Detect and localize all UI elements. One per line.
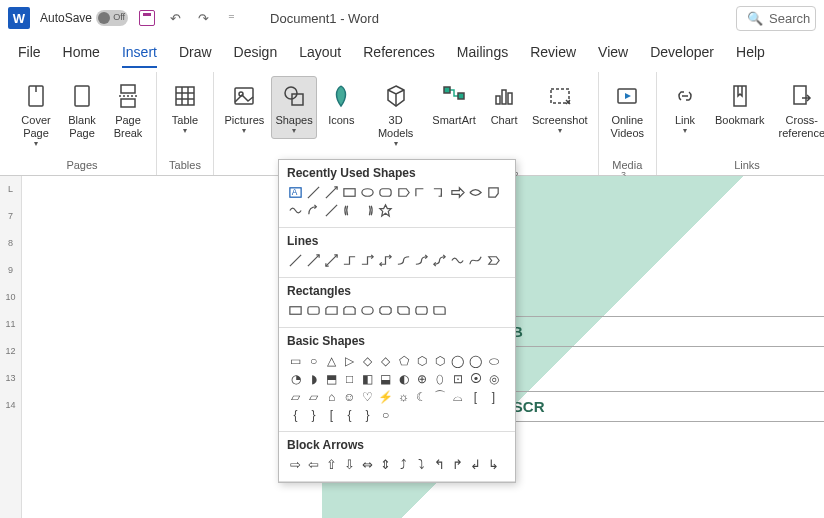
shape-item[interactable]: ◇ [359, 352, 376, 369]
shape-item[interactable]: ⇦ [305, 456, 322, 473]
shape-item[interactable] [377, 252, 394, 269]
shape-item[interactable]: ◐ [395, 370, 412, 387]
shape-item[interactable] [377, 202, 394, 219]
cross-reference-button[interactable]: Cross-reference [773, 76, 824, 144]
shape-item[interactable]: ▱ [287, 388, 304, 405]
shape-item[interactable] [431, 184, 448, 201]
tab-view[interactable]: View [598, 44, 628, 68]
qat-customize-icon[interactable]: ⁼ [222, 9, 240, 27]
shape-item[interactable]: ◯ [449, 352, 466, 369]
cover-page-button[interactable]: CoverPage▾ [14, 76, 58, 152]
shape-item[interactable] [341, 252, 358, 269]
shape-item[interactable]: □ [341, 370, 358, 387]
shape-item[interactable]: ⬯ [431, 370, 448, 387]
shape-item[interactable]: ◯ [467, 352, 484, 369]
shape-item[interactable] [359, 184, 376, 201]
shape-item[interactable]: ⇨ [287, 456, 304, 473]
tab-design[interactable]: Design [234, 44, 278, 68]
shape-item[interactable] [359, 302, 376, 319]
shape-item[interactable]: ◇ [377, 352, 394, 369]
shape-item[interactable]: ⊡ [449, 370, 466, 387]
shape-item[interactable]: ○ [305, 352, 322, 369]
smartart-button[interactable]: SmartArt [428, 76, 480, 131]
shape-item[interactable]: { [287, 406, 304, 423]
shape-item[interactable] [323, 302, 340, 319]
shape-item[interactable]: ⬭ [485, 352, 502, 369]
tab-review[interactable]: Review [530, 44, 576, 68]
shapes-dropdown-menu[interactable]: Recently Used ShapesALinesRectanglesBasi… [278, 159, 516, 483]
shape-item[interactable]: ▷ [341, 352, 358, 369]
shape-item[interactable] [359, 252, 376, 269]
shape-item[interactable]: ⬓ [377, 370, 394, 387]
shape-item[interactable] [323, 252, 340, 269]
shape-item[interactable] [395, 184, 412, 201]
shape-item[interactable] [323, 202, 340, 219]
shape-item[interactable]: ⇔ [359, 456, 376, 473]
shape-item[interactable]: A [287, 184, 304, 201]
shape-item[interactable]: ◎ [485, 370, 502, 387]
shape-item[interactable] [341, 202, 358, 219]
save-icon[interactable] [138, 9, 156, 27]
shape-item[interactable]: ⇩ [341, 456, 358, 473]
shape-item[interactable]: ↳ [485, 456, 502, 473]
shape-item[interactable] [413, 184, 430, 201]
shape-item[interactable]: △ [323, 352, 340, 369]
bookmark-button[interactable]: Bookmark [709, 76, 771, 131]
shape-item[interactable] [485, 184, 502, 201]
shape-item[interactable] [359, 202, 376, 219]
shape-item[interactable] [287, 202, 304, 219]
online-videos-button[interactable]: OnlineVideos [605, 76, 650, 144]
shape-item[interactable]: ◧ [359, 370, 376, 387]
shape-item[interactable]: ◔ [287, 370, 304, 387]
shape-item[interactable]: ☼ [395, 388, 412, 405]
shape-item[interactable]: ⌂ [323, 388, 340, 405]
shape-item[interactable]: ♡ [359, 388, 376, 405]
pictures-button[interactable]: Pictures▾ [220, 76, 269, 139]
shape-item[interactable]: ⬒ [323, 370, 340, 387]
autosave-toggle[interactable]: AutoSave Off [40, 10, 128, 26]
shape-item[interactable]: [ [323, 406, 340, 423]
shape-item[interactable]: } [359, 406, 376, 423]
shape-item[interactable]: ☺ [341, 388, 358, 405]
link-button[interactable]: Link▾ [663, 76, 707, 139]
shape-item[interactable]: [ [467, 388, 484, 405]
redo-icon[interactable]: ↷ [194, 9, 212, 27]
page-break-button[interactable]: PageBreak [106, 76, 150, 144]
shape-item[interactable]: ○ [377, 406, 394, 423]
shape-item[interactable] [377, 184, 394, 201]
shape-item[interactable]: ⬠ [395, 352, 412, 369]
shape-item[interactable] [431, 302, 448, 319]
shape-item[interactable] [413, 302, 430, 319]
screenshot-button[interactable]: Screenshot▾ [528, 76, 591, 139]
shape-item[interactable] [395, 252, 412, 269]
shape-item[interactable] [413, 252, 430, 269]
search-input[interactable]: 🔍 Search [736, 6, 816, 31]
shape-item[interactable]: ⤵ [413, 456, 430, 473]
tab-help[interactable]: Help [736, 44, 765, 68]
tab-developer[interactable]: Developer [650, 44, 714, 68]
shape-item[interactable] [449, 184, 466, 201]
tab-layout[interactable]: Layout [299, 44, 341, 68]
blank-page-button[interactable]: BlankPage [60, 76, 104, 144]
shape-item[interactable] [467, 252, 484, 269]
shape-item[interactable] [305, 184, 322, 201]
shape-item[interactable]: { [341, 406, 358, 423]
tab-mailings[interactable]: Mailings [457, 44, 508, 68]
shape-item[interactable]: ▭ [287, 352, 304, 369]
tab-file[interactable]: File [18, 44, 41, 68]
shape-item[interactable] [287, 302, 304, 319]
tab-insert[interactable]: Insert [122, 44, 157, 68]
shape-item[interactable] [485, 252, 502, 269]
shape-item[interactable]: ⌓ [449, 388, 466, 405]
shape-item[interactable]: ⬡ [431, 352, 448, 369]
shape-item[interactable] [305, 202, 322, 219]
shape-item[interactable]: ↱ [449, 456, 466, 473]
shape-item[interactable]: ◗ [305, 370, 322, 387]
icons-button[interactable]: Icons [319, 76, 363, 131]
chart-button[interactable]: Chart [482, 76, 526, 131]
shape-item[interactable] [449, 252, 466, 269]
shape-item[interactable] [287, 252, 304, 269]
shape-item[interactable]: ⇕ [377, 456, 394, 473]
shape-item[interactable]: ☾ [413, 388, 430, 405]
shape-item[interactable]: ⚡ [377, 388, 394, 405]
